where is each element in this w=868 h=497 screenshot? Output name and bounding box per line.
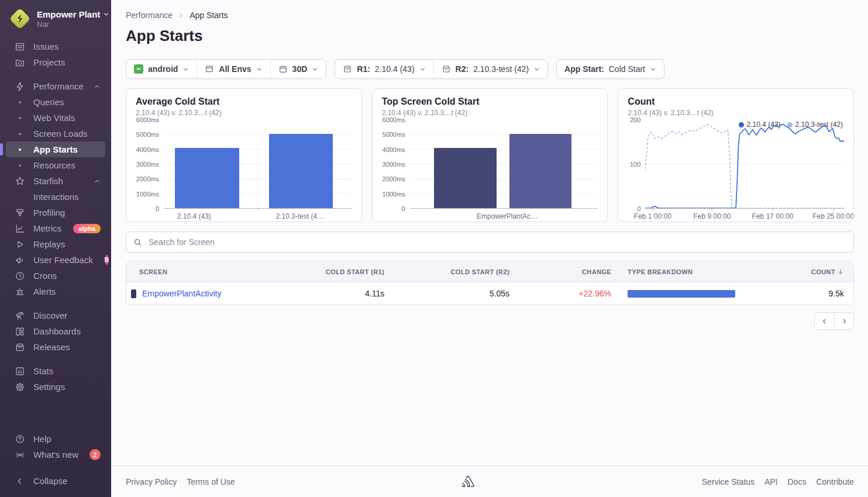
sidebar-item-help[interactable]: Help <box>6 431 105 447</box>
docs-link[interactable]: Docs <box>788 477 807 486</box>
next-page-button[interactable] <box>834 313 853 329</box>
date-range-filter[interactable]: 30D <box>270 60 326 78</box>
sidebar: Empower Plant Nar Issues Projects Perfor… <box>0 0 111 497</box>
sidebar-item-projects[interactable]: Projects <box>6 54 105 70</box>
chevron-left-icon <box>14 477 26 486</box>
chevron-down-icon <box>419 66 426 73</box>
api-link[interactable]: API <box>764 477 778 486</box>
sidebar-item-resources[interactable]: Resources <box>6 157 105 173</box>
average-cold-start-plot[interactable] <box>164 120 352 209</box>
service-status-link[interactable]: Service Status <box>702 477 755 486</box>
top-screen-cold-start-card: Top Screen Cold Start 2.10.4 (43) v. 2.1… <box>372 88 608 222</box>
metrics-icon <box>14 223 26 234</box>
page-title: App Starts <box>126 27 854 45</box>
sidebar-item-issues[interactable]: Issues <box>6 39 105 54</box>
org-logo <box>9 8 30 29</box>
project-filter[interactable]: android <box>126 60 197 78</box>
chevron-down-icon <box>533 66 540 73</box>
alpha-badge: alpha <box>73 224 101 233</box>
bar-release-2 <box>509 134 571 208</box>
sidebar-item-replays[interactable]: Replays <box>6 236 105 252</box>
release-1-filter[interactable]: R1: 2.10.4 (43) <box>335 60 433 78</box>
column-count[interactable]: COUNT <box>771 268 854 275</box>
privacy-policy-link[interactable]: Privacy Policy <box>126 477 177 486</box>
sidebar-item-alerts[interactable]: Alerts <box>6 284 105 299</box>
chevron-down-icon <box>182 66 189 73</box>
release-box-icon <box>343 64 352 74</box>
sidebar-item-interactions[interactable]: Interactions <box>6 189 105 205</box>
search-icon <box>133 238 142 247</box>
calendar-icon <box>278 64 288 74</box>
org-logo-glyph <box>14 13 26 25</box>
bar-release-2 <box>269 134 333 208</box>
chevron-down-icon <box>312 66 318 73</box>
chevron-up-icon <box>94 178 101 185</box>
clock-icon <box>14 271 26 281</box>
sidebar-item-user-feedback[interactable]: User Feedback B <box>6 252 105 268</box>
sidebar-item-dashboards[interactable]: Dashboards <box>6 323 105 339</box>
sidebar-item-crons[interactable]: Crons <box>6 268 105 284</box>
app-root: Empower Plant Nar Issues Projects Perfor… <box>0 0 868 497</box>
chart-title: Top Screen Cold Start <box>382 96 598 107</box>
type-breakdown-bar[interactable] <box>628 290 735 298</box>
chevron-up-icon <box>94 83 101 90</box>
count-plot[interactable]: 2.10.4 (43) 2.10.3-test (42) <box>645 120 844 209</box>
breadcrumb-performance[interactable]: Performance <box>126 11 173 20</box>
chart-title: Count <box>628 96 844 107</box>
y-axis: 6000ms 5000ms 4000ms 3000ms 2000ms 1000m… <box>382 120 410 209</box>
sidebar-item-performance[interactable]: Performance <box>6 78 105 94</box>
bullet-icon <box>19 133 21 135</box>
chart-subtitle: 2.10.4 (43) v. 2.10.3…t (42) <box>382 109 598 117</box>
screen-search <box>126 232 854 253</box>
window-icon <box>205 64 214 74</box>
chevron-right-icon <box>178 12 184 19</box>
sidebar-item-metrics[interactable]: Metrics alpha <box>6 220 105 236</box>
top-screen-cold-start-plot[interactable] <box>410 120 598 209</box>
siren-icon <box>14 287 26 297</box>
star-icon <box>14 176 26 187</box>
sidebar-item-web-vitals[interactable]: Web Vitals <box>6 110 105 126</box>
sidebar-item-stats[interactable]: Stats <box>6 363 105 379</box>
sidebar-item-settings[interactable]: Settings <box>6 379 105 395</box>
sidebar-item-app-starts[interactable]: App Starts <box>6 141 105 157</box>
org-switcher[interactable]: Empower Plant Nar <box>0 7 111 39</box>
pagination <box>126 312 854 330</box>
y-axis: 200 100 0 <box>628 120 645 209</box>
sidebar-item-screen-loads[interactable]: Screen Loads <box>6 126 105 141</box>
app-start-type-filter[interactable]: App Start: Cold Start <box>557 60 664 78</box>
android-icon <box>134 64 143 74</box>
help-icon <box>14 434 26 444</box>
x-axis: EmpowerPlantAc… <box>382 209 598 222</box>
sidebar-item-profiling[interactable]: Profiling <box>6 205 105 220</box>
previous-page-button[interactable] <box>815 313 834 329</box>
bullet-icon <box>19 101 21 103</box>
column-cold-start-r2[interactable]: COLD START (R2) <box>384 268 509 275</box>
org-name: Empower Plant <box>37 9 100 19</box>
org-project-name: Nar <box>37 20 109 29</box>
sidebar-item-releases[interactable]: Releases <box>6 339 105 355</box>
chart-subtitle: 2.10.4 (43) v. 2.10.3…t (42) <box>136 109 352 117</box>
average-cold-start-card: Average Cold Start 2.10.4 (43) v. 2.10.3… <box>126 88 362 222</box>
profiling-icon <box>14 208 26 218</box>
sidebar-item-starfish[interactable]: Starfish <box>6 173 105 189</box>
chevron-down-icon <box>650 66 656 73</box>
screen-link[interactable]: EmpowerPlantActivity <box>142 289 221 298</box>
x-axis: 2.10.4 (43) 2.10.3-test (4… <box>136 209 352 222</box>
telescope-icon <box>14 310 26 321</box>
chevron-down-icon <box>103 11 109 18</box>
sidebar-collapse-button[interactable]: Collapse <box>6 473 105 489</box>
contribute-link[interactable]: Contribute <box>816 477 854 486</box>
release-box-icon <box>442 64 451 74</box>
search-input[interactable] <box>147 237 846 247</box>
terms-of-use-link[interactable]: Terms of Use <box>187 477 235 486</box>
column-type-breakdown[interactable]: TYPE BREAKDOWN <box>611 268 771 275</box>
sidebar-item-whats-new[interactable]: What's new 2 <box>6 447 105 463</box>
filter-bar: android All Envs 30D <box>126 59 854 79</box>
column-cold-start-r1[interactable]: COLD START (R1) <box>272 268 385 275</box>
release-2-filter[interactable]: R2: 2.10.3-test (42) <box>433 60 548 78</box>
sidebar-item-discover[interactable]: Discover <box>6 308 105 323</box>
column-change[interactable]: CHANGE <box>509 268 611 275</box>
sidebar-item-queries[interactable]: Queries <box>6 94 105 110</box>
column-screen[interactable]: SCREEN <box>126 268 272 275</box>
environment-filter[interactable]: All Envs <box>197 60 270 78</box>
